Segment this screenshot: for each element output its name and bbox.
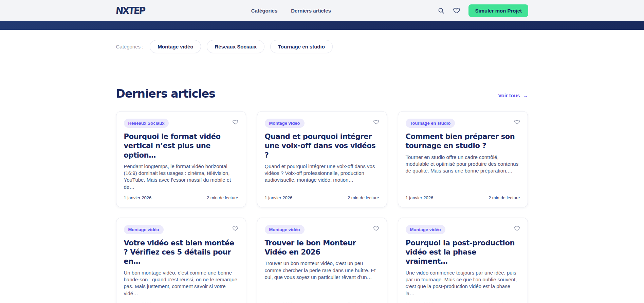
category-badge[interactable]: Réseaux Sociaux [124,119,169,128]
brand-logo[interactable]: NXTEP [115,5,145,16]
article-title[interactable]: Pourquoi le format vidéo vertical n’est … [124,132,238,160]
article-card[interactable]: Montage vidéo Quand et pourquoi intégrer… [257,111,387,207]
favorite-heart-icon[interactable] [232,225,238,231]
category-badge[interactable]: Montage vidéo [406,225,445,234]
article-title[interactable]: Votre vidéo est bien montée ? Vérifiez c… [124,239,238,266]
nav-link-derniers-articles[interactable]: Derniers articles [291,8,331,14]
main-nav: Catégories Derniers articles [145,8,437,14]
category-badge[interactable]: Montage vidéo [265,119,305,128]
article-date: 1 janvier 2026 [124,195,152,200]
favorite-heart-icon[interactable] [373,225,379,231]
article-excerpt: Tourner en studio offre un cadre contrôl… [406,154,520,175]
article-excerpt: Quand et pourquoi intégrer une voix-off … [265,163,379,184]
article-excerpt: Une vidéo commence toujours par une idée… [406,269,520,297]
page-title: Derniers articles [116,87,215,100]
article-read-time: 2 min de lecture [348,195,379,200]
favorite-heart-icon[interactable] [514,119,520,125]
article-read-time: 3 min de lecture [489,302,520,303]
arrow-right-icon: → [523,93,528,98]
article-read-time: 3 min de lecture [207,302,238,303]
article-card[interactable]: Réseaux Sociaux Pourquoi le format vidéo… [116,111,246,207]
hero-strip [0,21,644,30]
category-pill-montage-video[interactable]: Montage vidéo [150,40,201,53]
category-pill-reseaux-sociaux[interactable]: Réseaux Sociaux [207,40,264,53]
category-badge[interactable]: Montage vidéo [265,225,305,234]
simulate-project-button[interactable]: Simuler mon Projet [468,4,528,17]
article-card[interactable]: Montage vidéo Votre vidéo est bien monté… [116,218,246,303]
main-content: Derniers articles Voir tous → Réseaux So… [116,64,528,303]
article-read-time: 2 min de lecture [489,195,520,200]
category-pill-tournage-studio[interactable]: Tournage en studio [270,40,333,53]
article-card[interactable]: Montage vidéo Pourquoi la post-productio… [398,218,528,303]
favorites-heart-icon[interactable] [453,7,460,14]
category-bar: Catégories : Montage vidéo Réseaux Socia… [0,30,644,64]
article-title[interactable]: Pourquoi la post-production vidéo est la… [406,239,520,266]
article-date: 1 janvier 2026 [265,195,293,200]
article-excerpt: Un bon montage vidéo, c’est comme une bo… [124,269,238,297]
article-date: 1 janvier 2026 [406,195,434,200]
article-date: 1 janvier 2026 [406,302,434,303]
article-excerpt: Trouver un bon monteur vidéo, c’est un p… [265,260,379,281]
view-all-label: Voir tous [498,93,520,98]
view-all-link[interactable]: Voir tous → [498,93,528,100]
articles-grid: Réseaux Sociaux Pourquoi le format vidéo… [116,111,528,303]
article-read-time: 5 min de lecture [348,302,379,303]
favorite-heart-icon[interactable] [232,119,238,125]
article-title[interactable]: Quand et pourquoi intégrer une voix-off … [265,132,379,160]
navbar-actions: Simuler mon Projet [437,4,528,17]
article-date: 1 janvier 2026 [124,302,152,303]
category-badge[interactable]: Tournage en studio [406,119,455,128]
favorite-heart-icon[interactable] [514,225,520,231]
category-badge[interactable]: Montage vidéo [124,225,164,234]
search-icon[interactable] [437,7,445,14]
article-excerpt: Pendant longtemps, le format vidéo horiz… [124,163,238,190]
article-title[interactable]: Comment bien préparer son tournage en st… [406,132,520,151]
article-card[interactable]: Tournage en studio Comment bien préparer… [398,111,528,207]
article-title[interactable]: Trouver le bon Monteur Vidéo en 2026 [265,239,379,257]
article-date: 1 janvier 2026 [265,302,293,303]
nav-link-categories[interactable]: Catégories [251,8,278,14]
favorite-heart-icon[interactable] [373,119,379,125]
category-bar-label: Catégories : [116,44,144,49]
article-card[interactable]: Montage vidéo Trouver le bon Monteur Vid… [257,218,387,303]
article-read-time: 2 min de lecture [207,195,238,200]
top-navbar: NXTEP Catégories Derniers articles Simul… [0,0,644,21]
